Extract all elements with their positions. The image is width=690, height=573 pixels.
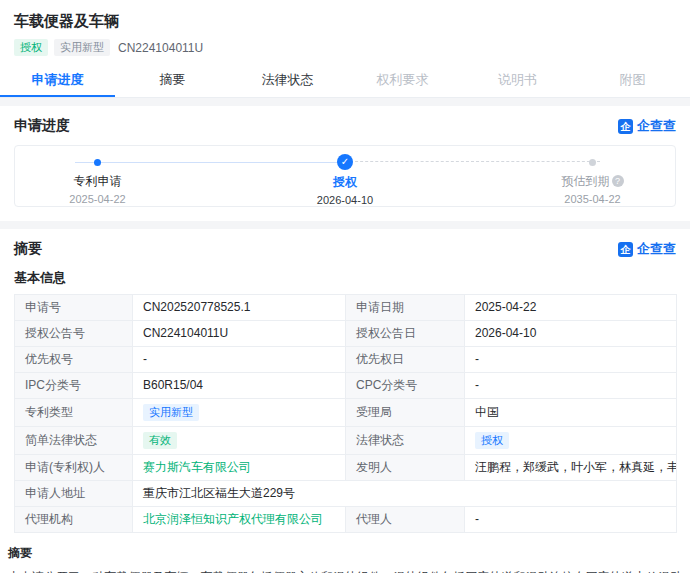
table-row: 申请人地址 重庆市江北区福生大道229号 — [15, 481, 677, 507]
patent-number: CN224104011U — [118, 41, 203, 55]
section-divider — [0, 221, 690, 229]
patent-detail-page: 车载便器及车辆 授权 实用新型 CN224104011U 申请进度 摘要 法律状… — [0, 0, 690, 573]
cpc-class-value: - — [465, 373, 677, 399]
legal-status-cell: 授权 — [465, 427, 677, 455]
table-row: 申请(专利权)人 赛力斯汽车有限公司 发明人 汪鹏程，郑缓武，叶小军，林真延，丰… — [15, 455, 677, 481]
timeline-step-label: 专利申请 — [23, 174, 173, 189]
qichacha-wordmark: 企查查 — [637, 117, 676, 135]
timeline-step-application: 专利申请 2025-04-22 — [23, 152, 173, 205]
basic-info-title: 基本信息 — [14, 269, 676, 287]
field-label: 法律状态 — [346, 427, 465, 455]
tag-row: 授权 实用新型 CN224104011U — [14, 39, 676, 56]
tab-description: 说明书 — [460, 65, 575, 97]
field-label: 申请(专利权)人 — [15, 455, 133, 481]
tab-claims: 权利要求 — [345, 65, 460, 97]
field-label: CPC分类号 — [346, 373, 465, 399]
field-label: 受理局 — [346, 399, 465, 427]
table-row: 代理机构 北京润泽恒知识产权代理有限公司 代理人 - — [15, 507, 677, 533]
progress-section-header: 申请进度 企 企查查 — [0, 116, 690, 136]
table-row: 优先权号 - 优先权日 - — [15, 347, 677, 373]
application-date-value: 2025-04-22 — [465, 295, 677, 321]
qichacha-logo[interactable]: 企 企查查 — [618, 117, 676, 135]
section-divider — [0, 98, 690, 106]
timeline-step-date: 2035-04-22 — [518, 193, 668, 205]
field-label: 专利类型 — [15, 399, 133, 427]
field-label: 授权公告日 — [346, 321, 465, 347]
patent-type-tag: 实用新型 — [143, 404, 199, 421]
qichacha-icon: 企 — [618, 242, 633, 257]
table-row: 专利类型 实用新型 受理局 中国 — [15, 399, 677, 427]
table-row: 授权公告号 CN224104011U 授权公告日 2026-04-10 — [15, 321, 677, 347]
qichacha-logo[interactable]: 企 企查查 — [618, 240, 676, 258]
timeline-step-label-text: 预估到期 — [562, 174, 610, 188]
valid-status-tag: 有效 — [143, 432, 177, 449]
field-label: 申请日期 — [346, 295, 465, 321]
tab-summary[interactable]: 摘要 — [115, 65, 230, 97]
abstract-label: 摘要 — [8, 545, 682, 562]
field-label: 授权公告号 — [15, 321, 133, 347]
agency-cell: 北京润泽恒知识产权代理有限公司 — [133, 507, 346, 533]
table-row: IPC分类号 B60R15/04 CPC分类号 - — [15, 373, 677, 399]
field-label: 申请人地址 — [15, 481, 133, 507]
field-label: 代理人 — [346, 507, 465, 533]
patent-type-badge: 实用新型 — [54, 39, 110, 56]
timeline-step-date: 2025-04-22 — [23, 193, 173, 205]
grant-date-value: 2026-04-10 — [465, 321, 677, 347]
tab-application-progress[interactable]: 申请进度 — [0, 65, 115, 97]
summary-section-header: 摘要 企 企查查 — [0, 239, 690, 259]
timeline-step-granted: ✓ 授权 2026-04-10 — [270, 152, 420, 206]
page-header: 车载便器及车辆 授权 实用新型 CN224104011U — [0, 0, 690, 56]
progress-section: 申请进度 企 企查查 专利申请 2025-04-22 ✓ 授权 2026-04-… — [0, 106, 690, 207]
field-label: IPC分类号 — [15, 373, 133, 399]
field-label: 简单法律状态 — [15, 427, 133, 455]
timeline-dot-done-icon — [94, 159, 101, 166]
applicant-link[interactable]: 赛力斯汽车有限公司 — [143, 460, 251, 474]
info-icon[interactable]: ? — [612, 175, 624, 187]
timeline-step-label: 预估到期? — [518, 174, 668, 189]
application-timeline: 专利申请 2025-04-22 ✓ 授权 2026-04-10 预估到期? 20… — [14, 145, 676, 207]
progress-section-title: 申请进度 — [14, 117, 70, 135]
tab-legal-status[interactable]: 法律状态 — [230, 65, 345, 97]
tab-bar: 申请进度 摘要 法律状态 权利要求 说明书 附图 — [0, 65, 690, 98]
field-label: 优先权号 — [15, 347, 133, 373]
field-label: 申请号 — [15, 295, 133, 321]
page-title: 车载便器及车辆 — [14, 12, 676, 30]
field-label: 发明人 — [346, 455, 465, 481]
field-label: 代理机构 — [15, 507, 133, 533]
ipc-class-value: B60R15/04 — [133, 373, 346, 399]
summary-section: 摘要 企 企查查 基本信息 申请号 CN202520778525.1 申请日期 … — [0, 229, 690, 573]
timeline-dot-future-icon — [589, 159, 596, 166]
check-circle-icon: ✓ — [337, 154, 353, 170]
qichacha-wordmark: 企查查 — [637, 240, 676, 258]
qichacha-icon: 企 — [618, 119, 633, 134]
applicant-address-value: 重庆市江北区福生大道229号 — [133, 481, 677, 507]
table-row: 简单法律状态 有效 法律状态 授权 — [15, 427, 677, 455]
status-badge: 授权 — [14, 39, 48, 56]
summary-section-title: 摘要 — [14, 240, 42, 258]
timeline-step-label: 授权 — [270, 175, 420, 190]
priority-date-value: - — [465, 347, 677, 373]
granted-status-tag: 授权 — [475, 432, 509, 449]
application-number-value: CN202520778525.1 — [133, 295, 346, 321]
abstract-text: 本申请公开了一种车载便器及车辆，车载便器包括便器主体和滑轨组件，滑轨组件包括固定… — [8, 567, 682, 573]
timeline-step-expiry: 预估到期? 2035-04-22 — [518, 152, 668, 205]
applicant-cell: 赛力斯汽车有限公司 — [133, 455, 346, 481]
office-value: 中国 — [465, 399, 677, 427]
field-label: 优先权日 — [346, 347, 465, 373]
tab-figures: 附图 — [575, 65, 690, 97]
simple-legal-status-cell: 有效 — [133, 427, 346, 455]
agency-link[interactable]: 北京润泽恒知识产权代理有限公司 — [143, 512, 323, 526]
basic-info-table: 申请号 CN202520778525.1 申请日期 2025-04-22 授权公… — [14, 294, 677, 533]
timeline-step-date: 2026-04-10 — [270, 194, 420, 206]
patent-type-cell: 实用新型 — [133, 399, 346, 427]
priority-number-value: - — [133, 347, 346, 373]
table-row: 申请号 CN202520778525.1 申请日期 2025-04-22 — [15, 295, 677, 321]
agent-value: - — [465, 507, 677, 533]
inventors-value: 汪鹏程，郑缓武，叶小军，林真延，丰涛 — [465, 455, 677, 481]
grant-number-value: CN224104011U — [133, 321, 346, 347]
